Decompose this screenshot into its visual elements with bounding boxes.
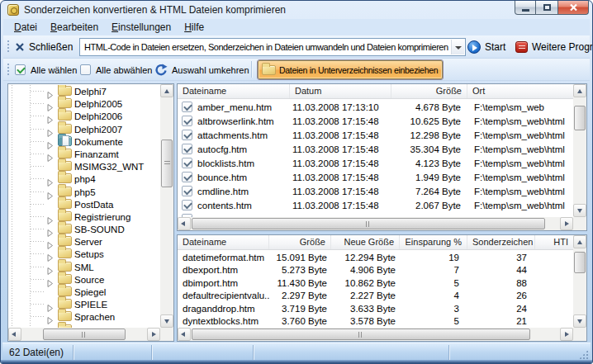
results-vscroll-thumb[interactable] [574,252,586,273]
column-header-gre[interactable]: Größe [391,84,467,98]
tree-item[interactable]: php4 [8,173,160,185]
file-checkbox[interactable] [182,158,192,168]
result-row[interactable]: dbexport.htm5.273 Byte4.906 Byte744 [178,264,573,277]
tree-item[interactable]: Delphi2006 [8,110,160,122]
result-row[interactable]: dbimport.htm11.430 Byte10.862 Byte588 [178,277,573,290]
tree-item[interactable]: PostData [8,198,160,210]
scroll-up-button[interactable] [573,235,586,248]
tree-item[interactable]: Setups [8,248,160,260]
scroll-right-button[interactable] [147,328,160,341]
start-button[interactable]: Start [467,40,505,54]
toolbar-grip[interactable] [7,40,10,54]
column-header-sonderzeichen[interactable]: Sonderzeichen [467,235,535,249]
expand-icon[interactable] [46,125,54,133]
tree-item[interactable]: php5 [8,186,160,198]
expand-icon[interactable] [46,250,54,258]
result-row[interactable]: draganddrop.htm3.719 Byte3.633 Byte324 [178,302,573,315]
close-button[interactable] [557,1,589,15]
file-row[interactable]: attachments.htm11.03.2008 17:15:4812.298… [178,128,573,142]
invert-selection-icon[interactable] [154,64,168,76]
file-row[interactable]: blocklists.htm11.03.2008 17:15:484.123 B… [178,156,573,170]
resize-grip[interactable] [578,349,589,360]
file-checkbox[interactable] [182,102,192,112]
tree-vscroll-thumb[interactable] [161,139,173,187]
scroll-left-button[interactable] [178,328,191,341]
file-checkbox[interactable] [182,130,192,140]
maximize-button[interactable] [536,1,557,15]
column-header-ort[interactable]: Ort [467,84,573,98]
results-horizontal-scrollbar[interactable] [178,328,573,341]
tree-item[interactable]: Delphi2005 [8,97,160,110]
tree-horizontal-scrollbar[interactable] [8,328,160,341]
file-checkbox[interactable] [182,144,192,154]
titlebar[interactable]: Sonderzeichen konvertieren & HTML Dateie… [1,1,592,19]
results-hscroll-thumb[interactable] [192,329,530,340]
select-all-checkbox[interactable] [15,64,26,75]
tree-item[interactable]: SML [8,261,160,273]
scroll-down-button[interactable] [573,204,586,217]
expand-icon[interactable] [46,87,54,95]
column-header-gre[interactable]: Größe [269,235,331,249]
include-subdirs-button[interactable]: Dateien in Unterverzeichnissen einbezieh… [258,60,443,79]
column-header-dateiname[interactable]: Dateiname [178,235,269,249]
expand-icon[interactable] [46,313,54,320]
files-hscroll-thumb[interactable] [192,218,545,229]
expand-icon[interactable] [46,175,54,182]
tree-item[interactable]: Dokumente [8,135,160,148]
result-row[interactable]: datetimeformat.htm15.091 Byte12.294 Byte… [178,251,573,264]
file-row[interactable]: amber_menu.htm11.03.2008 17:13:104.678 B… [178,100,573,114]
files-vscroll-thumb[interactable] [574,106,586,130]
scroll-down-button[interactable] [160,314,173,328]
minimize-button[interactable] [515,1,536,15]
scroll-right-button[interactable] [560,217,573,230]
file-checkbox[interactable] [182,172,192,182]
tree-item[interactable]: SB-SOUND [8,223,160,235]
column-header-dateiname[interactable]: Dateiname [178,84,290,98]
expand-icon[interactable] [46,238,54,245]
files-vertical-scrollbar[interactable] [573,84,586,217]
tree-item[interactable]: Delphi7 [8,85,160,97]
tree-item[interactable]: Server [8,235,160,248]
menu-hilfe[interactable]: Hilfe [178,20,211,35]
file-row[interactable]: cmdline.htm11.03.2008 17:15:487.264 Byte… [178,184,573,198]
scroll-up-button[interactable] [573,84,586,97]
expand-icon[interactable] [46,225,54,233]
file-row[interactable]: altbrowserlink.htm11.03.2008 17:15:4810.… [178,114,573,128]
result-row[interactable]: dyntextblocks.htm3.760 Byte3.578 Byte521 [178,315,573,329]
tree-hscroll-thumb[interactable] [43,329,126,340]
expand-icon[interactable] [46,150,54,158]
toolbar-grip-2[interactable] [7,63,10,76]
column-header-datum[interactable]: Datum [290,84,391,98]
invert-selection-label[interactable]: Auswahl umkehren [172,65,249,75]
weitere-programme-button[interactable]: Weitere Progra [515,40,593,54]
expand-icon[interactable] [46,300,54,308]
menu-datei[interactable]: Datei [7,20,44,35]
expand-icon[interactable] [46,213,54,220]
scroll-up-button[interactable] [160,84,173,97]
scroll-left-button[interactable] [178,217,191,230]
tree-item[interactable]: Spiegel [8,286,160,298]
file-row[interactable]: contents.htm11.03.2008 17:15:482.067 Byt… [178,198,573,212]
deselect-all-checkbox[interactable] [80,64,91,75]
expand-icon[interactable] [46,263,54,271]
file-checkbox[interactable] [182,116,192,126]
scroll-down-button[interactable] [573,314,586,328]
result-row[interactable]: defaultrecipientvalu...2.297 Byte2.227 B… [178,290,573,303]
action-combobox[interactable]: HTML-Code in Dateien ersetzen, Sonderzei… [79,38,466,56]
file-row[interactable]: bounce.htm11.03.2008 17:15:481.949 ByteF… [178,170,573,184]
tree-item[interactable]: Source [8,273,160,286]
menu-einstellungen[interactable]: Einstellungen [105,20,178,35]
scroll-right-button[interactable] [560,328,573,341]
column-header-neuegre[interactable]: Neue Größe [331,235,400,249]
tree-item[interactable]: Registrierung [8,210,160,223]
menu-bearbeiten[interactable]: Bearbeiten [44,20,105,35]
column-header-hti[interactable]: HTI [535,235,573,249]
file-row[interactable]: autocfg.htm11.03.2008 17:15:4835.304 Byt… [178,142,573,156]
results-vertical-scrollbar[interactable] [573,235,586,328]
tree-item[interactable]: Finanzamt [8,148,160,160]
files-horizontal-scrollbar[interactable] [178,217,573,230]
expand-icon[interactable] [46,188,54,196]
tree-vertical-scrollbar[interactable] [160,84,173,328]
tree-item[interactable]: Sprachen [8,310,160,323]
expand-icon[interactable] [46,112,54,120]
